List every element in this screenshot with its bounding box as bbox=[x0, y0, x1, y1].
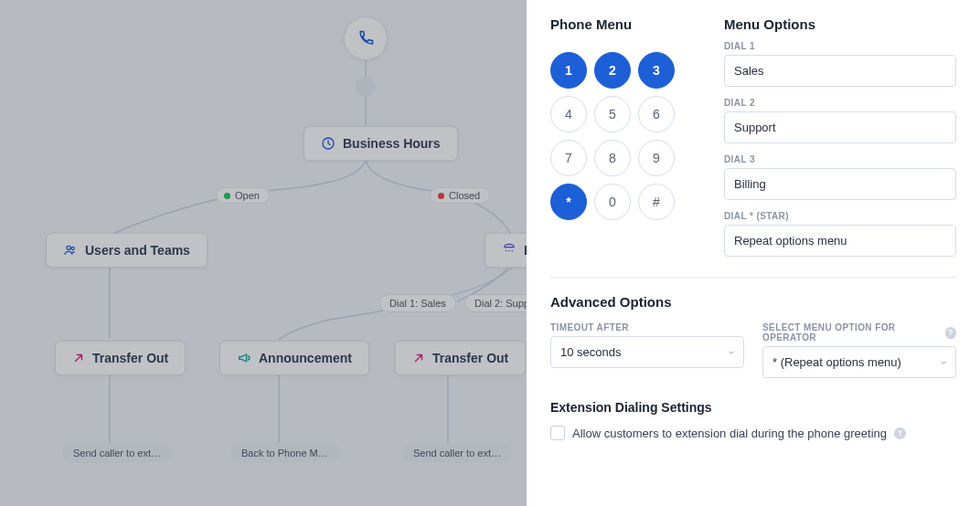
dial-3-input[interactable] bbox=[724, 168, 956, 200]
svg-point-1 bbox=[67, 246, 70, 249]
node-announcement[interactable]: Announcement bbox=[219, 341, 369, 375]
dial-key-7[interactable]: 7 bbox=[550, 140, 587, 176]
field-label: TIMEOUT AFTER bbox=[550, 322, 744, 332]
status-closed: Closed bbox=[430, 187, 490, 204]
heading-advanced: Advanced Options bbox=[550, 294, 956, 310]
node-transfer-out-2[interactable]: Transfer Out bbox=[395, 341, 526, 375]
operator-select[interactable] bbox=[762, 346, 956, 378]
info-icon[interactable]: ? bbox=[945, 327, 956, 339]
node-users-teams[interactable]: Users and Teams bbox=[46, 233, 208, 268]
checkbox-label: Allow customers to extension dial during… bbox=[572, 427, 887, 440]
phone-menu-icon bbox=[502, 243, 517, 258]
field-label: DIAL 1 bbox=[724, 41, 956, 51]
node-label: Announcement bbox=[259, 351, 352, 365]
heading-phone-menu: Phone Menu bbox=[550, 16, 697, 32]
dial-key-4[interactable]: 4 bbox=[550, 96, 587, 132]
info-icon[interactable]: ? bbox=[894, 427, 906, 439]
dot-icon bbox=[438, 193, 444, 199]
option-field: DIAL * (STAR) bbox=[724, 211, 956, 257]
settings-panel: Phone Menu 1 2 3 4 5 6 7 8 9 * 0 # Menu … bbox=[527, 0, 980, 506]
node-business-hours[interactable]: Business Hours bbox=[304, 126, 458, 161]
edge-label-dial2: Dial 2: Support bbox=[464, 294, 527, 312]
heading-extension: Extension Dialing Settings bbox=[550, 400, 956, 415]
option-field: DIAL 2 bbox=[724, 98, 956, 143]
node-label: Users and Teams bbox=[85, 243, 190, 258]
megaphone-icon bbox=[237, 351, 251, 365]
clock-icon bbox=[321, 136, 336, 151]
dial-key-9[interactable]: 9 bbox=[638, 140, 675, 176]
dot-icon bbox=[224, 193, 230, 199]
svg-point-2 bbox=[71, 247, 74, 249]
node-label: P bbox=[524, 243, 527, 258]
heading-menu-options: Menu Options bbox=[724, 16, 956, 32]
node-phone-menu-partial[interactable]: P bbox=[485, 233, 527, 268]
dial-key-3[interactable]: 3 bbox=[638, 52, 675, 89]
node-label: Transfer Out bbox=[92, 351, 168, 365]
field-label: DIAL * (STAR) bbox=[724, 211, 956, 221]
edge-label-dial1: Dial 1: Sales bbox=[379, 294, 456, 312]
dial-2-input[interactable] bbox=[724, 111, 956, 143]
node-label: Transfer Out bbox=[432, 351, 508, 365]
arrow-out-icon bbox=[412, 352, 425, 364]
dial-key-5[interactable]: 5 bbox=[594, 96, 631, 132]
dial-key-star[interactable]: * bbox=[550, 184, 587, 220]
terminal-pill[interactable]: Back to Phone Menu bbox=[230, 443, 340, 463]
divider bbox=[550, 277, 956, 278]
node-transfer-out-1[interactable]: Transfer Out bbox=[55, 341, 186, 375]
option-field: DIAL 1 bbox=[724, 41, 956, 87]
field-label: DIAL 2 bbox=[724, 98, 956, 108]
dial-key-8[interactable]: 8 bbox=[594, 140, 631, 176]
option-field: DIAL 3 bbox=[724, 154, 956, 200]
link-handle[interactable] bbox=[356, 77, 376, 97]
dial-key-6[interactable]: 6 bbox=[638, 96, 675, 132]
flow-canvas[interactable]: Business Hours Open Closed Users and Tea… bbox=[0, 0, 527, 506]
dial-key-0[interactable]: 0 bbox=[594, 184, 631, 220]
extension-dial-checkbox[interactable] bbox=[550, 426, 565, 440]
dial-key-1[interactable]: 1 bbox=[550, 52, 587, 89]
dial-key-2[interactable]: 2 bbox=[594, 52, 631, 89]
node-label: Business Hours bbox=[343, 136, 441, 151]
terminal-pill[interactable]: Send caller to exter… bbox=[402, 443, 512, 463]
status-open: Open bbox=[216, 187, 270, 204]
phone-icon bbox=[357, 29, 375, 47]
arrow-out-icon bbox=[72, 352, 85, 364]
field-label: DIAL 3 bbox=[724, 154, 956, 164]
timeout-select[interactable] bbox=[550, 336, 744, 368]
field-label: SELECT MENU OPTION FOR OPERATOR ? bbox=[762, 322, 956, 343]
dial-star-input[interactable] bbox=[724, 225, 956, 257]
dialpad: 1 2 3 4 5 6 7 8 9 * 0 # bbox=[550, 52, 697, 220]
dial-key-pound[interactable]: # bbox=[638, 184, 675, 220]
dial-1-input[interactable] bbox=[724, 55, 956, 87]
root-node[interactable] bbox=[344, 16, 388, 60]
users-icon bbox=[63, 243, 78, 258]
terminal-pill[interactable]: Send caller to exter… bbox=[62, 443, 172, 463]
